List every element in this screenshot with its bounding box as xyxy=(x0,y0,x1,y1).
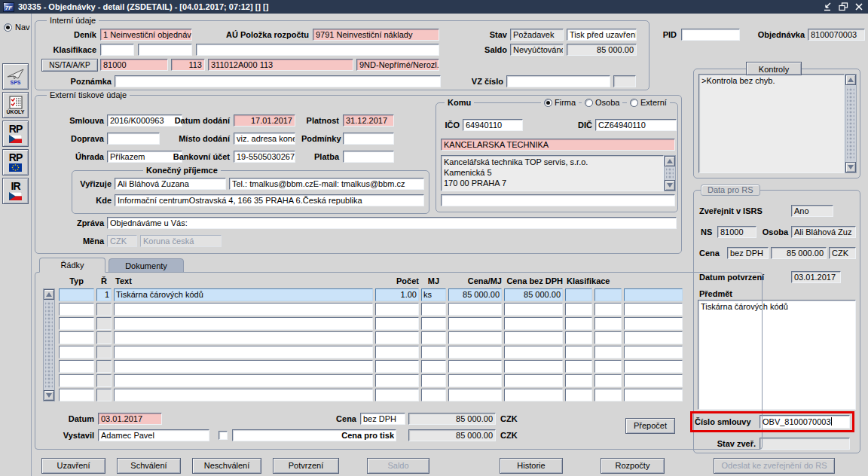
table-cell-cena_bez_dph[interactable] xyxy=(504,317,563,330)
platba-field[interactable] xyxy=(343,151,394,163)
neschvaleni-button[interactable]: Neschválení xyxy=(192,458,261,474)
vystavil-field[interactable]: Adamec Pavel xyxy=(98,429,209,441)
table-cell-r[interactable] xyxy=(96,303,112,316)
table-cell-typ[interactable] xyxy=(59,303,94,316)
table-cell-pocet[interactable]: 1.00 xyxy=(375,288,419,301)
table-cell-typ[interactable] xyxy=(59,331,94,344)
sidebar-button-ir-cz[interactable]: IR xyxy=(2,178,29,204)
table-cell-cena_bez_dph[interactable] xyxy=(504,303,563,316)
akce-field[interactable]: 311012A000 113 xyxy=(208,59,353,71)
stav-tisk-field[interactable]: Tisk před uzavření xyxy=(567,29,637,41)
table-cell-extra[interactable] xyxy=(624,389,683,401)
table-cell-klas2[interactable] xyxy=(594,303,622,316)
kontroly-scrollbar[interactable] xyxy=(845,74,857,173)
table-cell-klas1[interactable] xyxy=(565,303,592,316)
pid-field[interactable] xyxy=(681,29,740,41)
ns-field[interactable]: 81000 xyxy=(100,59,168,71)
table-cell-pocet[interactable] xyxy=(375,360,419,373)
minimize-icon[interactable] xyxy=(823,2,833,11)
table-cell-mj[interactable]: ks xyxy=(421,288,446,301)
table-cell-klas2[interactable] xyxy=(594,374,622,387)
schvaleni-button[interactable]: Schválení xyxy=(117,458,181,474)
table-cell-klas1[interactable] xyxy=(565,331,592,344)
vyrizuje-field[interactable]: Ali Bláhová Zuzana xyxy=(115,178,226,190)
tab-dokumenty[interactable]: Dokumenty xyxy=(108,258,184,273)
table-cell-extra[interactable] xyxy=(624,317,683,330)
firma-radio[interactable] xyxy=(544,99,552,107)
ico-field[interactable]: 64940110 xyxy=(463,119,523,131)
table-cell-pocet[interactable] xyxy=(375,303,419,316)
table-cell-text[interactable] xyxy=(114,346,373,359)
table-cell-pocet[interactable] xyxy=(375,331,419,344)
table-cell-klas2[interactable] xyxy=(594,331,622,344)
nav-radio[interactable] xyxy=(4,23,12,32)
scroll-down-button[interactable] xyxy=(845,162,856,172)
table-cell-klas1[interactable] xyxy=(565,360,592,373)
table-cell-text[interactable] xyxy=(114,374,373,387)
table-cell-extra[interactable] xyxy=(624,331,683,344)
table-cell-extra[interactable] xyxy=(624,360,683,373)
table-cell-cena_mj[interactable] xyxy=(448,346,502,359)
table-cell-typ[interactable] xyxy=(59,288,94,301)
historie-button[interactable]: Historie xyxy=(500,458,563,474)
table-cell-cena_mj[interactable]: 85 000.00 xyxy=(448,288,502,301)
vyrizuje-kontakt-field[interactable]: Tel.: tmalkus@bbm.czE-mail: tmalkus@bbm.… xyxy=(229,178,424,190)
scroll-down-button[interactable] xyxy=(44,390,54,401)
table-cell-mj[interactable] xyxy=(421,303,446,316)
au-polozka-field[interactable]: 9791 Neinvestiční náklady xyxy=(313,29,439,41)
table-cell-mj[interactable] xyxy=(421,331,446,344)
rozpocty-button[interactable]: Rozpočty xyxy=(601,458,665,474)
cislo-smlouvy-field[interactable]: OBV_8100070003 xyxy=(760,415,850,429)
nav-radio-row[interactable]: Nav xyxy=(4,23,30,32)
table-cell-cena_mj[interactable] xyxy=(448,389,502,401)
nstaakp-button[interactable]: NS/TA/A/KP xyxy=(41,59,98,72)
table-cell-cena_mj[interactable] xyxy=(448,303,502,316)
restore-icon[interactable] xyxy=(839,2,848,11)
table-cell-cena_mj[interactable] xyxy=(448,331,502,344)
table-cell-pocet[interactable] xyxy=(375,317,419,330)
scroll-down-button[interactable] xyxy=(665,180,675,191)
datum-dodani-field[interactable]: 17.01.2017 xyxy=(234,114,295,127)
table-cell-klas2[interactable] xyxy=(594,389,622,401)
scrollbar-grip[interactable] xyxy=(45,301,53,389)
firma-nazev-field[interactable]: KANCELARSKA TECHNIKA xyxy=(441,139,675,151)
table-cell-r[interactable] xyxy=(96,374,112,387)
kontroly-button[interactable]: Kontroly xyxy=(746,62,802,75)
klasifikace-field-1[interactable] xyxy=(100,44,134,56)
table-cell-pocet[interactable] xyxy=(375,374,419,387)
table-cell-klas1[interactable] xyxy=(565,317,592,330)
datum-field[interactable]: 03.01.2017 xyxy=(98,413,162,425)
denik-field[interactable]: 1 Neinvestiční objednávk xyxy=(100,29,192,41)
table-cell-typ[interactable] xyxy=(59,389,94,401)
table-cell-text[interactable] xyxy=(114,331,373,344)
table-cell-pocet[interactable] xyxy=(375,389,419,401)
scroll-up-button[interactable] xyxy=(845,75,856,85)
scrollbar-grip[interactable] xyxy=(666,168,674,178)
zprava-field[interactable]: Objednáváme u Vás: xyxy=(107,217,677,229)
sidebar-button-ukoly[interactable]: ÚKOLY xyxy=(2,92,29,118)
tab-radky[interactable]: Řádky xyxy=(39,258,105,273)
poznamka-field[interactable] xyxy=(115,75,441,87)
table-cell-typ[interactable] xyxy=(59,374,94,387)
table-cell-typ[interactable] xyxy=(59,360,94,373)
table-cell-r[interactable] xyxy=(96,317,112,330)
table-cell-klas1[interactable] xyxy=(565,374,592,387)
table-cell-cena_bez_dph[interactable]: 85 000.00 xyxy=(504,288,563,301)
bankovni-ucet-field[interactable]: 19-5505030267/0 xyxy=(234,151,295,163)
adresa-scrollbar[interactable] xyxy=(664,155,676,191)
table-cell-r[interactable] xyxy=(96,331,112,344)
platnost-field[interactable]: 31.12.2017 xyxy=(343,114,394,127)
scrollbar-grip[interactable] xyxy=(847,87,854,160)
podminky-field[interactable] xyxy=(343,133,394,145)
table-cell-extra[interactable] xyxy=(624,374,683,387)
table-cell-cena_bez_dph[interactable] xyxy=(504,374,563,387)
table-cell-klas1[interactable] xyxy=(565,288,592,301)
table-cell-klas2[interactable] xyxy=(594,360,622,373)
sidebar-button-sps[interactable]: SPS xyxy=(2,63,29,90)
table-cell-cena_bez_dph[interactable] xyxy=(504,331,563,344)
table-cell-r[interactable] xyxy=(96,360,112,373)
vz-cislo-field[interactable] xyxy=(506,75,610,87)
kde-field[interactable]: Informační centrumOstravská 4, 166 35 PR… xyxy=(115,194,424,206)
table-cell-klas2[interactable] xyxy=(594,288,622,301)
table-cell-text[interactable] xyxy=(114,303,373,316)
